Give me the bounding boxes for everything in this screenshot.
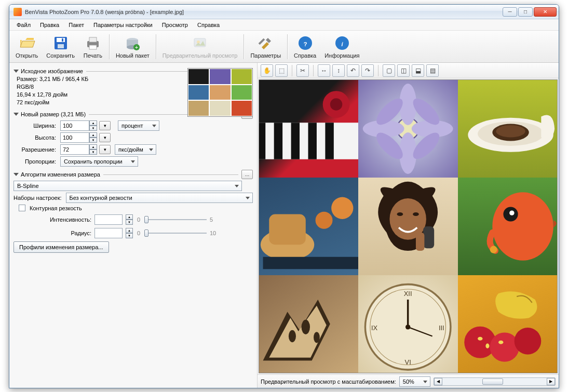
svg-rect-23 bbox=[308, 123, 316, 159]
intensity-down[interactable]: ▼ bbox=[126, 220, 133, 225]
save-button[interactable]: Сохранить bbox=[42, 34, 79, 60]
res-link-button[interactable]: ▾ bbox=[99, 145, 111, 154]
menu-batch[interactable]: Пакет bbox=[64, 20, 88, 30]
unsharp-checkbox[interactable] bbox=[19, 205, 25, 211]
scroll-thumb[interactable] bbox=[482, 379, 503, 385]
menu-edit[interactable]: Правка bbox=[36, 20, 63, 30]
print-button[interactable]: Печать bbox=[79, 34, 107, 60]
scroll-left-button[interactable]: ◀ bbox=[434, 378, 442, 385]
svg-point-56 bbox=[302, 320, 310, 334]
svg-text:+: + bbox=[135, 44, 138, 50]
view-split-v-button[interactable]: ⬓ bbox=[412, 64, 424, 77]
height-input[interactable] bbox=[60, 132, 89, 143]
svg-point-51 bbox=[492, 192, 553, 261]
source-thumbnail[interactable] bbox=[187, 68, 253, 117]
view-split-h-button[interactable]: ◫ bbox=[397, 64, 410, 77]
view-grid-button[interactable]: ▤ bbox=[426, 64, 439, 77]
preview-cell bbox=[458, 80, 557, 178]
menu-view[interactable]: Просмотр bbox=[158, 20, 192, 30]
algo-section-head[interactable]: Алгоритм изменения размера … bbox=[13, 170, 253, 179]
select-tool-button[interactable]: ⬚ bbox=[275, 64, 288, 77]
svg-rect-22 bbox=[291, 123, 300, 159]
radius-down[interactable]: ▼ bbox=[126, 233, 133, 238]
width-input[interactable] bbox=[60, 120, 89, 131]
svg-point-47 bbox=[397, 212, 403, 216]
menu-file[interactable]: Файл bbox=[12, 20, 35, 30]
preview-area[interactable]: XIIIIIVIIX bbox=[259, 79, 558, 373]
svg-point-42 bbox=[331, 197, 353, 219]
svg-point-72 bbox=[498, 341, 503, 344]
crop-tool-button[interactable]: ✂ bbox=[296, 64, 309, 77]
preview-cell: XIIIIIVIIX bbox=[358, 275, 457, 373]
preview-icon bbox=[192, 35, 208, 51]
res-down[interactable]: ▼ bbox=[89, 150, 97, 155]
zoom-dropdown[interactable]: 50% bbox=[399, 376, 430, 387]
info-icon: i bbox=[334, 35, 350, 51]
unit-dropdown[interactable]: процент bbox=[118, 120, 159, 131]
svg-rect-21 bbox=[274, 123, 282, 159]
radius-up[interactable]: ▲ bbox=[126, 228, 133, 233]
svg-text:VI: VI bbox=[405, 358, 411, 366]
radius-input[interactable] bbox=[94, 228, 123, 238]
print-icon bbox=[85, 35, 101, 51]
menu-settings[interactable]: Параметры настройки bbox=[89, 20, 157, 30]
intensity-input[interactable] bbox=[94, 214, 123, 225]
flip-v-button[interactable]: ↕ bbox=[332, 64, 345, 77]
res-up[interactable]: ▲ bbox=[89, 144, 97, 150]
collapse-icon bbox=[13, 173, 19, 176]
params-button[interactable]: Параметры bbox=[246, 34, 285, 60]
aspect-dropdown[interactable]: Сохранить пропорции bbox=[60, 156, 138, 167]
aspect-label: Пропорции: bbox=[13, 158, 58, 165]
svg-rect-14 bbox=[258, 38, 265, 45]
intensity-slider[interactable] bbox=[144, 214, 207, 225]
info-button[interactable]: i Информация bbox=[320, 34, 363, 60]
preview-button[interactable]: Предварительный просмотр bbox=[158, 34, 242, 60]
res-label: Разрешение: bbox=[13, 146, 58, 153]
rotate-ccw-button[interactable]: ↶ bbox=[347, 64, 359, 77]
tools-icon bbox=[258, 35, 274, 51]
view-single-button[interactable]: ▢ bbox=[383, 64, 395, 77]
svg-rect-24 bbox=[325, 123, 333, 159]
new-batch-button[interactable]: + Новый пакет bbox=[112, 34, 154, 60]
pan-tool-button[interactable]: ✋ bbox=[261, 64, 273, 77]
presets-label: Наборы настроек: bbox=[13, 195, 64, 201]
res-input[interactable] bbox=[60, 144, 89, 155]
svg-text:IX: IX bbox=[371, 324, 378, 332]
height-up[interactable]: ▲ bbox=[89, 132, 97, 138]
minimize-button[interactable]: ─ bbox=[503, 7, 517, 17]
width-link-button[interactable]: ▾ bbox=[99, 121, 111, 130]
method-dropdown[interactable]: B-Spline bbox=[13, 181, 242, 191]
radius-slider[interactable] bbox=[144, 228, 207, 238]
rotate-cw-button[interactable]: ↷ bbox=[361, 64, 374, 77]
maximize-button[interactable]: □ bbox=[518, 7, 533, 17]
scroll-right-button[interactable]: ▶ bbox=[547, 378, 555, 385]
svg-point-66 bbox=[405, 325, 410, 329]
open-button[interactable]: Открыть bbox=[11, 34, 42, 60]
flip-h-button[interactable]: ↔ bbox=[318, 64, 330, 77]
height-link-button[interactable]: ▾ bbox=[99, 133, 111, 142]
svg-point-43 bbox=[316, 212, 333, 229]
width-down[interactable]: ▼ bbox=[89, 126, 97, 131]
preview-cell bbox=[358, 178, 457, 275]
height-down[interactable]: ▼ bbox=[89, 138, 97, 143]
svg-rect-1 bbox=[57, 38, 65, 42]
close-button[interactable]: ✕ bbox=[534, 7, 557, 17]
horizontal-scrollbar[interactable]: ◀ ▶ bbox=[434, 377, 556, 386]
svg-point-55 bbox=[289, 330, 296, 343]
svg-text:?: ? bbox=[303, 41, 307, 47]
svg-point-71 bbox=[485, 344, 489, 348]
radius-label: Радиус: bbox=[13, 230, 91, 236]
res-unit-dropdown[interactable]: пкс/дюйм bbox=[115, 144, 156, 155]
resize-profiles-button[interactable]: Профили изменения размера... bbox=[13, 241, 109, 253]
svg-point-57 bbox=[314, 332, 320, 343]
algo-options-button[interactable]: … bbox=[241, 170, 253, 179]
svg-rect-6 bbox=[89, 45, 97, 49]
svg-rect-49 bbox=[423, 226, 434, 248]
help-button[interactable]: ? Справка bbox=[290, 34, 320, 60]
zoom-label: Предварительный просмотр с масштабирован… bbox=[261, 379, 396, 385]
width-up[interactable]: ▲ bbox=[89, 120, 97, 126]
menu-help[interactable]: Справка bbox=[193, 20, 224, 30]
intensity-up[interactable]: ▲ bbox=[126, 214, 133, 220]
window-title: BenVista PhotoZoom Pro 7.0.8 (wersja pró… bbox=[25, 9, 503, 15]
presets-dropdown[interactable]: Без контурной резкости bbox=[66, 193, 253, 203]
